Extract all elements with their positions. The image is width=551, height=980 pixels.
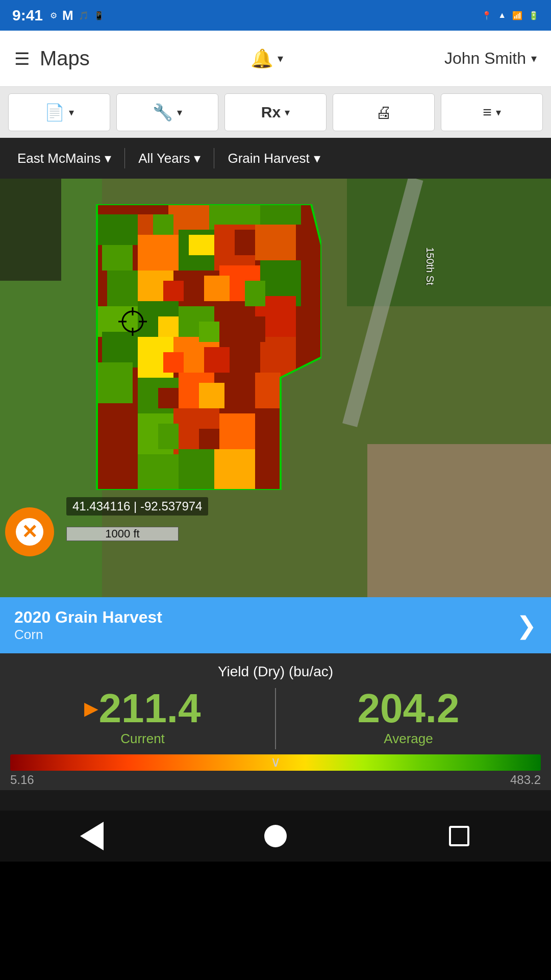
scale-bar-label: 1000 ft [66, 527, 179, 541]
battery-status-icon: 🔋 [529, 11, 539, 20]
filter-divider-1 [124, 148, 125, 168]
user-name-label: John Smith [444, 49, 526, 68]
filter-bar: East McMains ▾ All Years ▾ Grain Harvest… [0, 138, 551, 179]
document-dropdown-arrow: ▾ [69, 106, 74, 118]
svg-rect-37 [214, 449, 255, 490]
yield-map [87, 204, 321, 490]
svg-rect-2 [97, 214, 138, 245]
wifi-status-icon: ▲ [498, 11, 506, 20]
rx-button[interactable]: Rx ▾ [224, 93, 327, 131]
status-icons: ⚙ M 🎵 📱 [50, 8, 104, 23]
filter-divider-2 [214, 148, 214, 168]
field-filter-button[interactable]: East McMains ▾ [8, 145, 120, 172]
svg-rect-43 [245, 281, 265, 306]
svg-rect-15 [255, 225, 296, 260]
svg-rect-34 [219, 413, 255, 454]
status-time: 9:41 [12, 7, 43, 24]
harvest-type-filter-button[interactable]: Grain Harvest ▾ [218, 145, 329, 172]
bell-icon: 🔔 [251, 48, 273, 69]
list-icon: ≡ [483, 104, 492, 121]
years-filter-label: All Years [138, 151, 190, 166]
print-icon: 🖨 [375, 103, 392, 122]
print-button[interactable]: 🖨 [333, 93, 435, 131]
scale-bar: 1000 ft [66, 527, 179, 541]
yield-indicator-icon: ▶ [84, 698, 98, 719]
harvest-info-panel[interactable]: 2020 Grain Harvest Corn ❯ [0, 597, 551, 653]
yield-current-label: Current [120, 731, 165, 747]
svg-rect-39 [189, 235, 214, 255]
harvest-type-filter-label: Grain Harvest [228, 151, 309, 166]
page-title: Maps [40, 47, 90, 70]
svg-rect-36 [179, 449, 214, 490]
status-right: 📍 ▲ 📶 🔋 [482, 11, 539, 20]
color-scale-labels: 5.16 483.2 [10, 771, 541, 789]
more-dropdown-arrow: ▾ [496, 106, 501, 118]
map-area[interactable]: 150th St 41.434116 | -92.537974 1000 ft … [0, 179, 551, 597]
road-label: 150th St [424, 247, 436, 285]
header-left: ☰ Maps [14, 47, 90, 70]
yield-current-column: ▶ 211.4 Current [10, 688, 275, 747]
rx-icon: Rx [261, 104, 281, 121]
home-nav-button[interactable] [255, 816, 296, 856]
field-green-northeast [347, 179, 551, 306]
years-filter-arrow: ▾ [194, 151, 201, 166]
svg-rect-49 [158, 388, 179, 408]
svg-rect-48 [204, 347, 230, 373]
yield-values-container: ▶ 211.4 Current 204.2 Average [0, 688, 551, 749]
field-brown-southeast [367, 444, 551, 597]
sim-status-icon: 📱 [94, 11, 104, 20]
home-icon [264, 825, 287, 847]
years-filter-button[interactable]: All Years ▾ [129, 145, 210, 172]
harvest-title: 2020 Grain Harvest [14, 608, 162, 627]
harvest-type-filter-arrow: ▾ [314, 151, 320, 166]
svg-rect-47 [163, 352, 184, 373]
yield-average-value: 204.2 [357, 688, 459, 729]
user-dropdown-arrow: ▾ [531, 52, 537, 65]
field-filter-arrow: ▾ [105, 151, 111, 166]
gmail-status-icon: M [62, 8, 73, 23]
field-filter-label: East McMains [17, 151, 101, 166]
signal-status-icon: 📶 [512, 11, 522, 20]
hamburger-menu-button[interactable]: ☰ [14, 48, 30, 69]
status-left: 9:41 ⚙ M 🎵 📱 [12, 7, 104, 24]
color-scale-indicator: ∨ [270, 753, 281, 770]
yield-stats-panel: Yield (Dry) (bu/ac) ▶ 211.4 Current 204.… [0, 653, 551, 754]
yield-current-value: 211.4 [98, 688, 201, 729]
dark-field-nw [0, 179, 61, 281]
status-bar: 9:41 ⚙ M 🎵 📱 📍 ▲ 📶 🔋 [0, 0, 551, 31]
close-icon: ✕ [16, 518, 43, 546]
tools-dropdown-arrow: ▾ [177, 106, 182, 118]
recents-icon [449, 826, 469, 846]
bottom-spacer [0, 790, 551, 811]
harvest-info-text: 2020 Grain Harvest Corn [14, 608, 162, 643]
toolbar: 📄 ▾ 🔧 ▾ Rx ▾ 🖨 ≡ ▾ [0, 87, 551, 138]
svg-rect-51 [158, 424, 179, 449]
back-nav-button[interactable] [71, 816, 112, 856]
more-menu-button[interactable]: ≡ ▾ [441, 93, 543, 131]
svg-rect-12 [138, 235, 179, 271]
svg-rect-11 [260, 204, 301, 225]
close-fab-button[interactable]: ✕ [5, 507, 54, 556]
scale-max-label: 483.2 [510, 773, 541, 787]
svg-rect-46 [240, 316, 265, 342]
recents-nav-button[interactable] [439, 816, 480, 856]
notification-button[interactable]: 🔔 ▾ [251, 48, 283, 69]
yield-average-label: Average [384, 731, 433, 747]
location-status-icon: 📍 [482, 11, 492, 20]
harvest-panel-arrow-icon: ❯ [516, 611, 537, 640]
svg-rect-40 [235, 230, 255, 255]
svg-rect-44 [158, 316, 179, 337]
svg-rect-52 [199, 429, 219, 449]
svg-rect-50 [199, 383, 224, 408]
document-button[interactable]: 📄 ▾ [8, 93, 110, 131]
svg-rect-3 [102, 245, 133, 271]
app-header: ☰ Maps 🔔 ▾ John Smith ▾ [0, 31, 551, 87]
svg-rect-41 [163, 281, 184, 301]
svg-rect-42 [204, 276, 230, 301]
svg-rect-38 [153, 214, 173, 235]
audio-status-icon: 🎵 [79, 11, 89, 20]
yield-stats-title: Yield (Dry) (bu/ac) [0, 664, 551, 680]
rx-dropdown-arrow: ▾ [285, 106, 290, 118]
tools-button[interactable]: 🔧 ▾ [116, 93, 218, 131]
user-menu-button[interactable]: John Smith ▾ [444, 49, 537, 68]
